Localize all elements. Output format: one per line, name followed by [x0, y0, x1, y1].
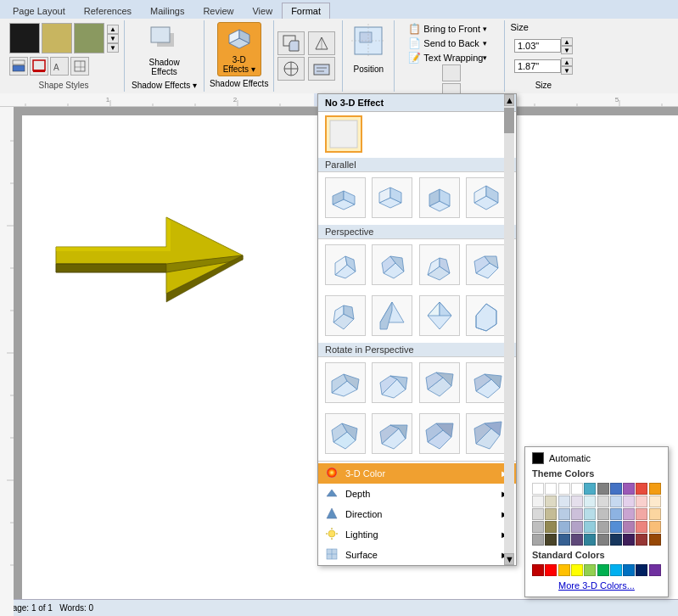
theme-color-swatch[interactable]	[558, 496, 570, 507]
theme-color-swatch[interactable]	[584, 521, 596, 533]
rotate-cell-3[interactable]	[419, 362, 460, 403]
align-icon1[interactable]	[442, 64, 461, 81]
persp-cell-3[interactable]	[419, 244, 460, 285]
width-up-btn[interactable]: ▲	[561, 37, 573, 46]
text-wrap-arrow[interactable]: ▾	[483, 53, 487, 62]
position-btn[interactable]: Position	[348, 22, 389, 76]
theme-color-swatch[interactable]	[636, 534, 647, 546]
bring-to-front-btn[interactable]: 📋 Bring to Front ▾	[405, 22, 490, 36]
theme-color-swatch[interactable]	[584, 534, 596, 546]
theme-color-swatch[interactable]	[610, 534, 622, 546]
scroll-down-btn[interactable]: ▼	[107, 34, 119, 43]
theme-color-swatch[interactable]	[571, 483, 583, 495]
standard-color-swatch[interactable]	[584, 564, 596, 576]
height-input[interactable]	[514, 59, 561, 73]
tab-view[interactable]: View	[243, 3, 282, 19]
swatch-tan[interactable]	[42, 23, 72, 53]
shape-dialog-btn[interactable]	[70, 57, 89, 76]
height-up-btn[interactable]: ▲	[561, 58, 573, 66]
rotate-cell-7[interactable]	[419, 413, 460, 454]
standard-color-swatch[interactable]	[649, 564, 661, 576]
more-colors-btn[interactable]: More 3-D Colors...	[529, 578, 664, 593]
automatic-color-row[interactable]: Automatic	[529, 451, 664, 466]
theme-color-swatch[interactable]	[571, 496, 583, 507]
standard-color-swatch[interactable]	[610, 564, 622, 576]
no-effect-cell[interactable]	[325, 115, 362, 153]
theme-color-swatch[interactable]	[532, 483, 544, 495]
tab-page-layout[interactable]: Page Layout	[3, 3, 75, 19]
theme-color-swatch[interactable]	[558, 521, 570, 533]
tab-references[interactable]: References	[75, 3, 141, 19]
theme-color-swatch[interactable]	[545, 496, 557, 507]
theme-color-swatch[interactable]	[597, 534, 609, 546]
arrow-shape[interactable]	[48, 200, 243, 302]
rotate-cell-6[interactable]	[372, 413, 412, 454]
theme-color-swatch[interactable]	[532, 496, 544, 507]
menu-item-surface[interactable]: Surface ►	[318, 545, 516, 565]
theme-color-swatch[interactable]	[623, 508, 635, 520]
theme-color-swatch[interactable]	[649, 483, 661, 495]
shadow-effects-group-label[interactable]: Shadow Effects ▾	[130, 81, 199, 90]
theme-color-swatch[interactable]	[545, 483, 557, 495]
text-wrapping-btn[interactable]: 📝 Text Wrapping ▾	[405, 51, 490, 64]
tab-format[interactable]: Format	[282, 3, 330, 19]
theme-color-swatch[interactable]	[649, 508, 661, 520]
shape-effects-small-btn[interactable]: A	[50, 57, 69, 76]
theme-color-swatch[interactable]	[532, 534, 544, 546]
theme-color-swatch[interactable]	[636, 483, 647, 495]
theme-color-swatch[interactable]	[545, 508, 557, 520]
shape-outline-btn[interactable]	[30, 57, 48, 76]
swatch-black[interactable]	[9, 23, 40, 53]
width-input[interactable]	[514, 39, 561, 53]
theme-color-swatch[interactable]	[610, 496, 622, 507]
arrange-icon2[interactable]	[277, 57, 305, 81]
menu-item-depth[interactable]: Depth ►	[318, 484, 516, 504]
parallel-cell-4[interactable]	[466, 177, 507, 218]
theme-color-swatch[interactable]	[584, 496, 596, 507]
shadow-effects-btn[interactable]: ShadowEffects	[144, 22, 185, 78]
theme-color-swatch[interactable]	[545, 521, 557, 533]
swatch-olive[interactable]	[74, 23, 104, 53]
menu-item-lighting[interactable]: Lighting ►	[318, 524, 516, 545]
persp-cell-2[interactable]	[372, 244, 412, 285]
theme-color-swatch[interactable]	[571, 521, 583, 533]
theme-color-swatch[interactable]	[636, 508, 647, 520]
width-down-btn[interactable]: ▼	[561, 46, 573, 54]
theme-color-swatch[interactable]	[597, 521, 609, 533]
theme-color-swatch[interactable]	[584, 483, 596, 495]
send-back-arrow[interactable]: ▾	[483, 39, 487, 48]
parallel-cell-3[interactable]	[419, 177, 460, 218]
dropdown-scrollbar[interactable]: ▲ ▼	[504, 94, 514, 565]
theme-color-swatch[interactable]	[597, 508, 609, 520]
theme-color-swatch[interactable]	[636, 521, 647, 533]
theme-color-swatch[interactable]	[532, 508, 544, 520]
theme-color-swatch[interactable]	[623, 534, 635, 546]
rotate-cell-4[interactable]	[466, 362, 507, 403]
theme-color-swatch[interactable]	[597, 496, 609, 507]
theme-color-swatch[interactable]	[584, 508, 596, 520]
menu-item-3d-color[interactable]: 3-D Color ►	[318, 463, 516, 484]
height-down-btn[interactable]: ▼	[561, 66, 573, 75]
rotate-cell-8[interactable]	[466, 413, 507, 454]
theme-color-swatch[interactable]	[636, 496, 647, 507]
rotate-cell-1[interactable]	[325, 362, 366, 403]
standard-color-swatch[interactable]	[532, 564, 544, 576]
theme-color-swatch[interactable]	[649, 496, 661, 507]
theme-color-swatch[interactable]	[571, 508, 583, 520]
bring-front-arrow[interactable]: ▾	[483, 25, 487, 33]
theme-color-swatch[interactable]	[623, 496, 635, 507]
arrange-icon4[interactable]	[308, 57, 335, 81]
theme-color-swatch[interactable]	[558, 483, 570, 495]
dropdown-scroll[interactable]: Parallel	[318, 112, 516, 459]
theme-color-swatch[interactable]	[545, 534, 557, 546]
theme-color-swatch[interactable]	[649, 521, 661, 533]
persp-cell-4[interactable]	[466, 244, 507, 285]
persp-cell-5[interactable]	[325, 295, 366, 336]
scroll-down[interactable]: ▼	[504, 553, 514, 565]
standard-color-swatch[interactable]	[571, 564, 583, 576]
arrange-icon1[interactable]	[277, 31, 305, 55]
scroll-up-btn[interactable]: ▲	[107, 25, 119, 34]
rotate-cell-2[interactable]	[372, 362, 412, 403]
theme-color-swatch[interactable]	[623, 521, 635, 533]
theme-color-swatch[interactable]	[597, 483, 609, 495]
